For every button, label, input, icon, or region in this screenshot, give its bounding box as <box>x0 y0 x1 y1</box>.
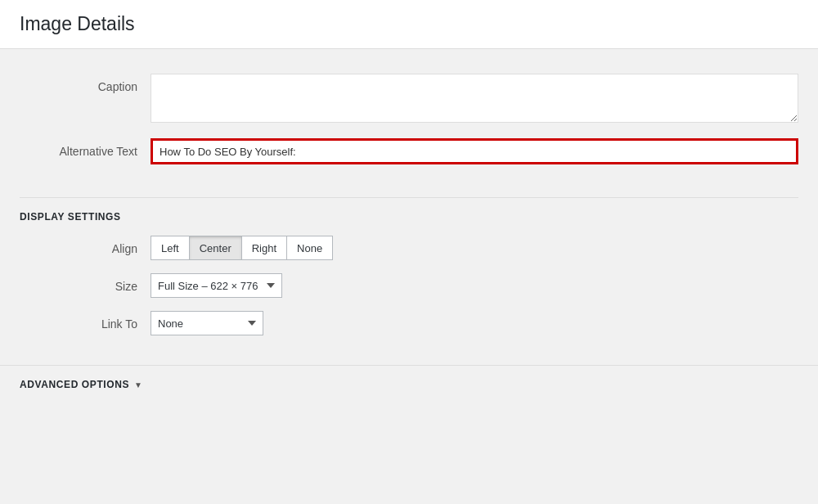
page-title: Image Details <box>20 13 798 35</box>
form-area: Caption Alternative Text DISPLAY SETTING… <box>0 49 818 403</box>
size-select[interactable]: Full Size – 622 × 776 Large Medium Thumb… <box>151 273 282 298</box>
link-to-select[interactable]: None Media File Attachment Page Custom U… <box>151 311 263 335</box>
caption-control <box>151 74 798 125</box>
size-row: Size Full Size – 622 × 776 Large Medium … <box>20 273 798 298</box>
link-to-row: Link To None Media File Attachment Page … <box>20 311 798 335</box>
align-control: Left Center Right None <box>151 236 798 260</box>
page-title-area: Image Details <box>0 0 818 49</box>
caption-label: Caption <box>20 74 151 93</box>
caption-section: Caption Alternative Text <box>0 65 818 194</box>
display-settings-section: DISPLAY SETTINGS Align Left Center Right… <box>0 197 818 365</box>
divider-top <box>20 197 798 198</box>
size-label: Size <box>20 273 151 293</box>
link-to-control: None Media File Attachment Page Custom U… <box>151 311 798 335</box>
alt-text-row: Alternative Text <box>20 138 798 164</box>
caption-row: Caption <box>20 74 798 125</box>
advanced-options-section: ADVANCED OPTIONS ▼ <box>0 365 818 403</box>
caption-textarea[interactable] <box>151 74 798 123</box>
align-buttons-group: Left Center Right None <box>151 236 798 260</box>
display-settings-heading: DISPLAY SETTINGS <box>20 211 798 223</box>
chevron-down-icon: ▼ <box>134 380 143 389</box>
advanced-options-label: ADVANCED OPTIONS <box>20 379 129 390</box>
align-row: Align Left Center Right None <box>20 236 798 260</box>
size-control: Full Size – 622 × 776 Large Medium Thumb… <box>151 273 798 298</box>
advanced-options-toggle[interactable]: ADVANCED OPTIONS ▼ <box>20 379 798 390</box>
align-left-button[interactable]: Left <box>151 236 189 260</box>
align-label: Align <box>20 236 151 255</box>
page-container: Image Details Caption Alternative Text D <box>0 0 818 504</box>
align-center-button[interactable]: Center <box>189 236 241 260</box>
align-none-button[interactable]: None <box>286 236 333 260</box>
alt-text-control <box>151 138 798 164</box>
alt-text-input[interactable] <box>151 138 798 164</box>
alt-text-label: Alternative Text <box>20 138 151 158</box>
link-to-label: Link To <box>20 311 151 331</box>
align-right-button[interactable]: Right <box>241 236 286 260</box>
